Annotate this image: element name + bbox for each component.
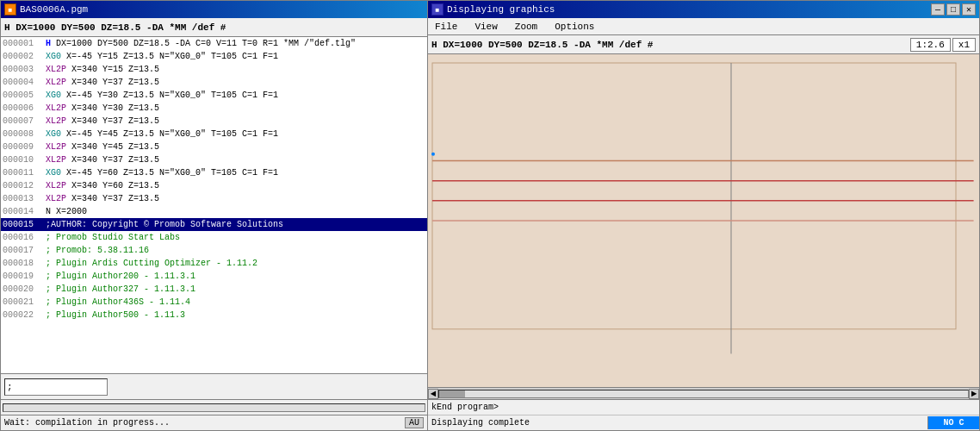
line-number: 000008 <box>1 128 46 141</box>
table-row[interactable]: 000021; Plugin Author436S - 1.11.4 <box>1 296 427 309</box>
line-content: ;AUTHOR: Copyright © Promob Software Sol… <box>46 218 427 231</box>
menu-file[interactable]: File <box>431 22 461 32</box>
table-row[interactable]: 000008XG0 X=-45 Y=45 Z=13.5 N="XG0_0" T=… <box>1 128 427 141</box>
table-row[interactable]: 000009XL2P X=340 Y=45 Z=13.5 <box>1 141 427 153</box>
line-number: 000005 <box>1 89 46 102</box>
line-content: XL2P X=340 Y=37 Z=13.5 <box>46 153 427 166</box>
table-row[interactable]: 000015;AUTHOR: Copyright © Promob Softwa… <box>1 218 427 231</box>
line-number: 000022 <box>1 309 46 322</box>
close-button[interactable]: ✕ <box>962 3 976 16</box>
line-number: 000003 <box>1 63 46 76</box>
table-row[interactable]: 000019; Plugin Author200 - 1.11.3.1 <box>1 270 427 283</box>
right-header: H DX=1000 DY=500 DZ=18.5 -DA *MM /def # … <box>428 35 979 54</box>
table-row[interactable]: 000013XL2P X=340 Y=37 Z=13.5 <box>1 192 427 205</box>
table-row[interactable]: 000016; Promob Studio Start Labs <box>1 231 427 244</box>
line-content: N X=2000 <box>46 205 427 218</box>
table-row[interactable]: 000010XL2P X=340 Y=37 Z=13.5 <box>1 153 427 166</box>
status-displaying: Displaying complete <box>428 416 927 429</box>
line-content: XL2P X=340 Y=37 Z=13.5 <box>46 115 427 128</box>
scrollbar-thumb[interactable] <box>439 390 465 397</box>
right-menu-bar: File View Zoom Options <box>428 18 979 35</box>
graphics-svg <box>428 54 979 387</box>
line-content: H DX=1000 DY=500 DZ=18.5 -DA C=0 V=11 T=… <box>46 37 427 50</box>
status-bottom: Displaying complete NO C <box>428 415 979 430</box>
table-row[interactable]: 000022; Plugin Author500 - 1.11.3 <box>1 309 427 322</box>
line-number: 000019 <box>1 270 46 283</box>
svg-rect-0 <box>432 63 956 329</box>
pgm-icon: ■ <box>4 3 16 16</box>
scroll-right-btn[interactable]: ► <box>969 389 979 399</box>
bottom-input-area <box>1 373 427 399</box>
minimize-button[interactable]: — <box>931 3 945 16</box>
line-content: XG0 X=-45 Y=60 Z=13.5 N="XG0_0" T=105 C=… <box>46 166 427 179</box>
right-graphics-panel: ■ Displaying graphics — □ ✕ File View Zo… <box>428 0 980 431</box>
left-status-text: Wait: compilation in progress... <box>4 418 170 428</box>
line-content: XL2P X=340 Y=60 Z=13.5 <box>46 179 427 192</box>
scrollbar-track[interactable] <box>438 390 969 398</box>
table-row[interactable]: 000018; Plugin Ardis Cutting Optimizer -… <box>1 257 427 270</box>
line-number: 000020 <box>1 283 46 296</box>
line-number: 000017 <box>1 244 46 257</box>
line-number: 000010 <box>1 153 46 166</box>
table-row[interactable]: 000014N X=2000 <box>1 205 427 218</box>
line-number: 000021 <box>1 296 46 309</box>
table-row[interactable]: 000005XG0 X=-45 Y=30 Z=13.5 N="XG0_0" T=… <box>1 89 427 102</box>
left-header-bar: H DX=1000 DY=500 DZ=18.5 -DA *MM /def # <box>1 18 427 37</box>
table-row[interactable]: 000017; Promob: 5.38.11.16 <box>1 244 427 257</box>
left-editor-panel: ■ BAS0006A.pgm H DX=1000 DY=500 DZ=18.5 … <box>0 0 428 431</box>
horizontal-scrollbar[interactable]: ◄ ► <box>428 387 979 399</box>
line-content: ; Plugin Author500 - 1.11.3 <box>46 309 427 322</box>
table-row[interactable]: 000002XG0 X=-45 Y=15 Z=13.5 N="XG0_0" T=… <box>1 50 427 63</box>
command-line: kEnd program> <box>428 400 979 415</box>
line-content: ; Plugin Author436S - 1.11.4 <box>46 296 427 309</box>
table-row[interactable]: 000006XL2P X=340 Y=30 Z=13.5 <box>1 102 427 115</box>
code-area[interactable]: 000001H DX=1000 DY=500 DZ=18.5 -DA C=0 V… <box>1 37 427 373</box>
line-number: 000014 <box>1 205 46 218</box>
table-row[interactable]: 000012XL2P X=340 Y=60 Z=13.5 <box>1 179 427 192</box>
line-content: XL2P X=340 Y=45 Z=13.5 <box>46 141 427 153</box>
command-input[interactable] <box>4 378 108 396</box>
line-content: ; Promob: 5.38.11.16 <box>46 244 427 257</box>
line-content: XG0 X=-45 Y=15 Z=13.5 N="XG0_0" T=105 C=… <box>46 50 427 63</box>
line-content: ; Promob Studio Start Labs <box>46 231 427 244</box>
maximize-button[interactable]: □ <box>946 3 960 16</box>
menu-options[interactable]: Options <box>551 22 598 32</box>
command-text: kEnd program> <box>431 403 499 412</box>
table-row[interactable]: 000004XL2P X=340 Y=37 Z=13.5 <box>1 76 427 89</box>
line-content: ; Plugin Ardis Cutting Optimizer - 1.11.… <box>46 257 427 270</box>
line-content: XL2P X=340 Y=37 Z=13.5 <box>46 76 427 89</box>
line-number: 000018 <box>1 257 46 270</box>
line-content: XG0 X=-45 Y=30 Z=13.5 N="XG0_0" T=105 C=… <box>46 89 427 102</box>
menu-zoom[interactable]: Zoom <box>512 22 541 32</box>
line-content: ; Plugin Author327 - 1.11.3.1 <box>46 283 427 296</box>
right-title: Displaying graphics <box>443 4 929 15</box>
status-bar-left: Wait: compilation in progress... AU <box>1 415 427 430</box>
line-content: XG0 X=-45 Y=45 Z=13.5 N="XG0_0" T=105 C=… <box>46 128 427 141</box>
line-number: 000015 <box>1 218 46 231</box>
line-number: 000007 <box>1 115 46 128</box>
line-number: 000001 <box>1 37 46 50</box>
scroll-left-btn[interactable]: ◄ <box>428 389 438 399</box>
table-row[interactable]: 000003XL2P X=340 Y=15 Z=13.5 <box>1 63 427 76</box>
line-number: 000002 <box>1 50 46 63</box>
graphics-area[interactable] <box>428 54 979 387</box>
table-row[interactable]: 000020; Plugin Author327 - 1.11.3.1 <box>1 283 427 296</box>
right-icon: ■ <box>431 3 443 16</box>
right-title-bar: ■ Displaying graphics — □ ✕ <box>428 1 979 18</box>
x1-button[interactable]: x1 <box>952 38 976 52</box>
no-c-indicator: NO C <box>927 416 979 429</box>
line-content: XL2P X=340 Y=37 Z=13.5 <box>46 192 427 205</box>
line-number: 000004 <box>1 76 46 89</box>
au-indicator: AU <box>405 417 424 428</box>
line-number: 000016 <box>1 231 46 244</box>
svg-point-6 <box>431 153 435 156</box>
menu-view[interactable]: View <box>471 22 500 32</box>
table-row[interactable]: 000007XL2P X=340 Y=37 Z=13.5 <box>1 115 427 128</box>
line-content: XL2P X=340 Y=30 Z=13.5 <box>46 102 427 115</box>
table-row[interactable]: 000001H DX=1000 DY=500 DZ=18.5 -DA C=0 V… <box>1 37 427 50</box>
table-row[interactable]: 000011XG0 X=-45 Y=60 Z=13.5 N="XG0_0" T=… <box>1 166 427 179</box>
line-number: 000013 <box>1 192 46 205</box>
line-number: 000012 <box>1 179 46 192</box>
zoom-indicator: 1:2.6 <box>910 38 951 52</box>
right-header-text: H DX=1000 DY=500 DZ=18.5 -DA *MM /def # <box>431 40 907 50</box>
